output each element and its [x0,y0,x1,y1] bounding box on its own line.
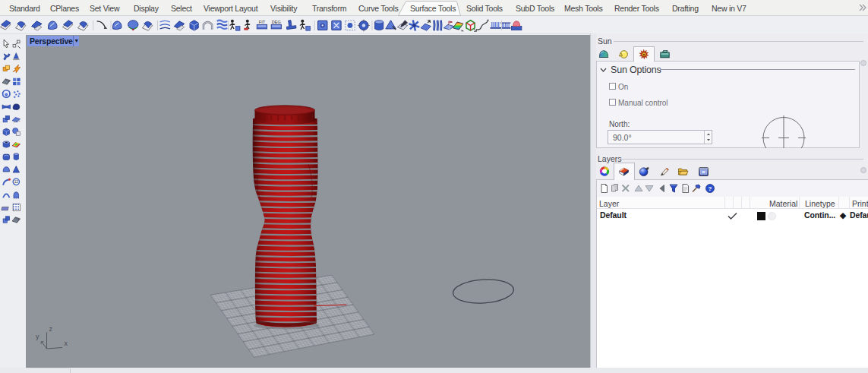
svg-text:?: ? [709,185,712,192]
